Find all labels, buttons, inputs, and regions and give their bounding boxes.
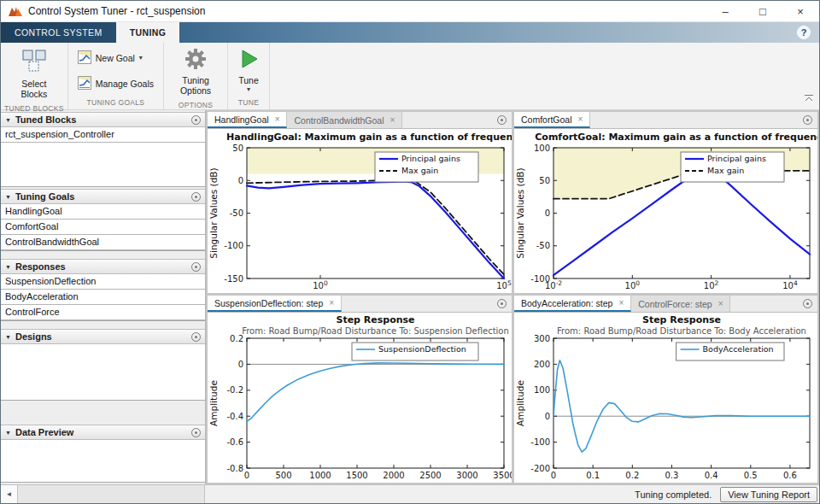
svg-text:Step Response: Step Response [642,314,721,325]
statusbar: ◄ Tuning completed. View Tuning Report [1,484,819,503]
svg-text:0: 0 [545,412,550,421]
doc-actions-icon[interactable] [803,115,812,125]
collapse-arrow-icon: ▼ [5,194,11,200]
goal-item-controlbandwidthgoal[interactable]: ControlBandwidthGoal [1,235,205,250]
doc-tab-comfortgoal[interactable]: ComfortGoal × [514,112,590,128]
svg-text:Principal gains: Principal gains [707,154,766,163]
close-tab-icon[interactable]: × [578,114,583,124]
doc-actions-icon[interactable] [497,299,507,308]
collapse-arrow-icon: ▼ [5,334,11,340]
collapse-ribbon-icon[interactable] [804,91,814,106]
scroll-left-icon[interactable]: ◄ [1,485,18,503]
svg-text:500: 500 [275,471,291,480]
toolbar-group-tuning-goals: New Goal ▾ Manage Goals TUNING G [68,43,164,109]
response-item-suspensiondeflection[interactable]: SuspensionDeflection [1,274,205,290]
panel-header-designs[interactable]: ▼ Designs [1,329,205,344]
help-button[interactable]: ? [797,26,811,39]
svg-text:BodyAcceleration: BodyAcceleration [703,344,774,354]
doc-tab-label: BodyAcceleration: step [521,298,612,308]
tuning-options-button[interactable]: Tuning Options [167,44,224,99]
tune-button[interactable]: Tune ▾ [231,44,266,97]
close-tab-icon[interactable]: × [275,114,280,124]
svg-text:3500: 3500 [493,471,512,480]
svg-text:0.6: 0.6 [783,471,797,480]
close-tab-icon[interactable]: × [618,298,624,308]
new-goal-icon [78,50,91,66]
svg-text:-0.4: -0.4 [226,412,243,421]
doc-tab-bodyacceleration-step[interactable]: BodyAcceleration: step × [514,296,631,312]
doc-tab-controlforce-step[interactable]: ControlForce: step × [631,296,730,312]
tab-tuning[interactable]: TUNING [116,22,180,43]
panel-actions-icon[interactable] [191,428,201,437]
panel-actions-icon[interactable] [191,332,201,342]
doc-actions-icon[interactable] [803,299,812,308]
svg-text:0: 0 [244,471,249,480]
goal-item-handlinggoal[interactable]: HandlingGoal [1,204,205,220]
panel-header-tuning-goals[interactable]: ▼ Tuning Goals [1,189,205,204]
svg-text:Singular Values (dB): Singular Values (dB) [515,167,525,258]
svg-text:Principal gains: Principal gains [401,154,460,163]
svg-text:Step Response: Step Response [336,314,414,325]
goal-item-comfortgoal[interactable]: ComfortGoal [1,220,205,235]
group-label-tuning-goals: TUNING GOALS [72,97,160,109]
document-area: HandlingGoal × ControlBandwidthGoal × 50… [206,110,819,484]
panel-header-data-preview[interactable]: ▼ Data Preview [1,425,205,440]
scroll-left-glyph: ◄ [6,490,13,498]
panel-data-preview: ▼ Data Preview [1,425,205,483]
view-tuning-report-button[interactable]: View Tuning Report [720,487,817,502]
close-tab-icon[interactable]: × [718,299,723,308]
maximize-icon[interactable]: □ [744,1,782,22]
doc-tab-suspensiondeflection-step[interactable]: SuspensionDeflection: step × [208,296,342,312]
panel-actions-icon[interactable] [191,262,201,272]
manage-goals-icon [78,76,91,91]
new-goal-button[interactable]: New Goal ▾ [72,47,149,69]
minimize-icon[interactable]: – [706,1,744,22]
gear-icon [184,48,207,73]
comfort-goal-chart: 100500-50-10010-2100102104ComfortGoal: M… [514,129,817,293]
svg-text:2500: 2500 [419,471,441,480]
tuned-block-item-controller[interactable]: rct_suspension_Controller [1,127,205,143]
toolbar-group-tuned-blocks: Select Blocks TUNED BLOCKS [1,43,68,109]
tab-control-system[interactable]: CONTROL SYSTEM [1,22,116,43]
manage-goals-label: Manage Goals [96,79,154,89]
panel-actions-icon[interactable] [191,115,201,125]
toolbar-group-options: Tuning Options OPTIONS [164,43,228,109]
svg-text:Amplitude: Amplitude [515,380,525,426]
response-item-bodyacceleration[interactable]: BodyAcceleration [1,290,205,305]
doc-tab-controlbandwidthgoal[interactable]: ControlBandwidthGoal × [287,112,402,128]
svg-text:50: 50 [232,144,243,153]
svg-text:200: 200 [534,360,550,369]
svg-text:-200: -200 [530,464,550,473]
close-tab-icon[interactable]: × [329,298,334,308]
suspension-deflection-chart: 0.20-0.2-0.4-0.6-0.805001000150020002500… [208,313,512,483]
panel-header-responses[interactable]: ▼ Responses [1,259,205,274]
ribbon-toolbar: Select Blocks TUNED BLOCKS New Goal ▾ [1,43,819,110]
close-tab-icon[interactable]: × [390,115,395,125]
select-blocks-button[interactable]: Select Blocks [6,44,62,103]
svg-text:Max gain: Max gain [707,166,744,175]
panel-title-tuning-goals: Tuning Goals [15,191,74,202]
panel-header-tuned-blocks[interactable]: ▼ Tuned Blocks [1,112,205,127]
plot-panel-suspension-deflection: SuspensionDeflection: step × 0.20-0.2-0.… [208,296,512,483]
doc-tabbar-bottom-right: BodyAcceleration: step × ControlForce: s… [514,296,817,313]
panel-actions-icon[interactable] [191,192,201,202]
sidebar-hscrollbar[interactable] [18,485,205,503]
response-item-controlforce[interactable]: ControlForce [1,305,205,320]
svg-text:-150: -150 [224,274,243,284]
doc-actions-icon[interactable] [497,115,507,125]
svg-text:-50: -50 [230,208,243,218]
svg-text:100: 100 [625,279,641,290]
doc-tab-handlinggoal[interactable]: HandlingGoal × [208,112,287,128]
svg-text:100: 100 [313,279,328,290]
svg-text:104: 104 [782,279,798,290]
status-message: Tuning completed. [635,489,712,500]
doc-tab-label: ControlForce: step [638,299,712,309]
svg-text:300: 300 [534,334,550,343]
close-icon[interactable]: × [782,1,819,22]
svg-text:-100: -100 [530,437,550,447]
doc-tabbar-bottom-left: SuspensionDeflection: step × [208,296,512,313]
group-label-options: OPTIONS [167,99,224,109]
manage-goals-button[interactable]: Manage Goals [72,73,160,95]
svg-text:10-2: 10-2 [545,279,562,290]
svg-text:100: 100 [534,144,550,153]
